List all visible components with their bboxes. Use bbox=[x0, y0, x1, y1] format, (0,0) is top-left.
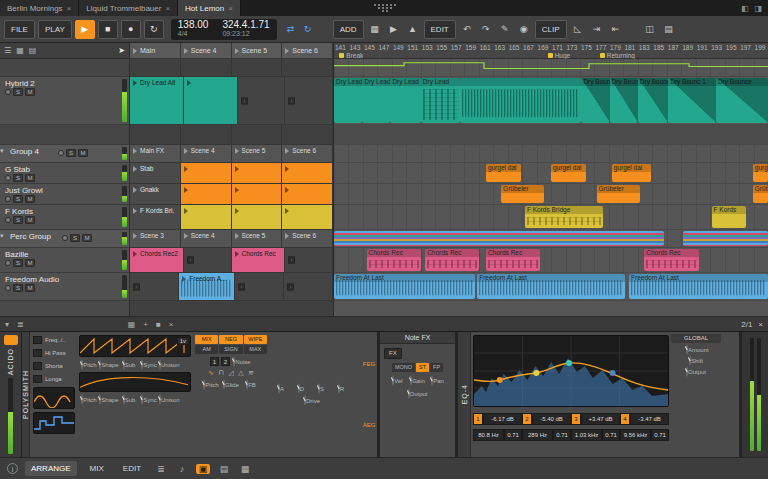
solo-button[interactable]: S bbox=[13, 216, 23, 224]
loop-toggle-icon[interactable]: ↻ bbox=[301, 24, 315, 34]
eq-band-1-button[interactable]: 1 bbox=[473, 413, 483, 425]
arranger-clip[interactable]: gurgel dal bbox=[612, 164, 651, 182]
track-name[interactable]: Freedom Audio bbox=[5, 275, 59, 284]
file-menu-button[interactable]: FILE bbox=[4, 20, 35, 39]
knob-dial[interactable] bbox=[233, 356, 235, 367]
solo-button[interactable]: S bbox=[70, 234, 80, 242]
note-editor-icon[interactable]: ♪ bbox=[175, 464, 189, 474]
track-row-just-growl[interactable]: Just Growl SM bbox=[0, 184, 129, 205]
track-name[interactable]: Perc Group bbox=[10, 232, 51, 241]
punch-in-icon[interactable]: ⇥ bbox=[589, 24, 605, 34]
scene-play-icon[interactable] bbox=[184, 233, 188, 239]
record-arm-button[interactable] bbox=[5, 89, 11, 95]
record-arm-button[interactable] bbox=[5, 260, 11, 266]
mute-button[interactable]: M bbox=[25, 174, 35, 182]
eq-band-2-gain[interactable]: -5.40 dB bbox=[532, 413, 571, 425]
clip-slot[interactable] bbox=[282, 205, 333, 229]
clip-slot[interactable]: Gnakk bbox=[130, 184, 181, 204]
eq-band-2-freq[interactable]: 289 Hz bbox=[522, 429, 553, 441]
arranger-clip[interactable]: Chords Rec bbox=[367, 249, 421, 271]
eq-band-4-freq[interactable]: 9.56 kHz bbox=[620, 429, 651, 441]
mode-sign-button[interactable]: SIGN bbox=[219, 345, 242, 354]
scene-play-icon[interactable] bbox=[133, 148, 137, 154]
solo-button[interactable]: S bbox=[66, 149, 76, 157]
voice-1-button[interactable]: 1 bbox=[210, 357, 219, 366]
solo-button[interactable]: S bbox=[13, 259, 23, 267]
group-scene-slot[interactable]: Scene 4 bbox=[181, 230, 232, 247]
eq-band-4-gain[interactable]: -3.47 dB bbox=[630, 413, 669, 425]
punch-out-icon[interactable]: ⇤ bbox=[608, 24, 624, 34]
mute-button[interactable]: M bbox=[25, 195, 35, 203]
clip-play-icon[interactable] bbox=[187, 80, 191, 86]
osc-range-select[interactable]: 1v bbox=[177, 337, 189, 345]
knob-dial[interactable] bbox=[99, 394, 101, 405]
clip-menu-button[interactable]: CLIP bbox=[535, 20, 567, 39]
knob-dial[interactable] bbox=[123, 394, 125, 405]
arranger-clip[interactable]: Chords Rec bbox=[644, 249, 698, 271]
knob-dial[interactable] bbox=[203, 379, 205, 390]
shift-knob[interactable]: Shift bbox=[686, 356, 706, 365]
scene-play-icon[interactable] bbox=[285, 148, 289, 154]
arranger-clip[interactable]: Freedom At Last bbox=[629, 274, 768, 299]
scene-4[interactable]: Scene 4 bbox=[181, 43, 232, 58]
add-scene-icon[interactable]: + bbox=[143, 320, 148, 329]
mixer-view-icon[interactable]: ▤ bbox=[661, 24, 677, 34]
shape-knob[interactable]: Shape bbox=[99, 360, 119, 369]
eq-band-3-freq[interactable]: 1.03 kHz bbox=[571, 429, 602, 441]
dual-display-icon[interactable]: ◫ bbox=[642, 24, 658, 34]
record-arm-button[interactable] bbox=[5, 175, 11, 181]
timeline-ruler[interactable]: 1411431451471491511531551571591611631651… bbox=[334, 43, 768, 59]
track-name[interactable]: Group 4 bbox=[10, 147, 39, 156]
arranger-row-bazille[interactable]: Chords Rec Chords Rec Chords Rec Chords … bbox=[334, 248, 768, 273]
scene-play-icon[interactable] bbox=[133, 48, 137, 54]
clip-slot[interactable] bbox=[184, 77, 238, 124]
clip-slot[interactable] bbox=[181, 163, 232, 183]
mute-button[interactable]: M bbox=[25, 284, 35, 292]
device-title-bar[interactable]: POLYSMITH bbox=[22, 332, 30, 457]
clip-play-icon[interactable] bbox=[133, 208, 137, 214]
modulator-slot[interactable]: Freq../.. bbox=[33, 335, 75, 345]
knob-dial[interactable] bbox=[410, 375, 412, 386]
modulator-slot[interactable]: Longa bbox=[33, 374, 75, 384]
modulator-slot[interactable]: Hi Pass bbox=[33, 348, 75, 358]
output-knob[interactable]: Output bbox=[408, 389, 428, 398]
arranger-clip[interactable]: Dry Bounc bbox=[581, 78, 609, 123]
shape-knob[interactable]: Shape bbox=[99, 395, 119, 404]
collapse-icon[interactable]: ▾ bbox=[5, 320, 9, 329]
knob-dial[interactable] bbox=[159, 394, 161, 405]
knob-dial[interactable] bbox=[431, 375, 433, 386]
group-scene-slot[interactable]: Scene 5 bbox=[232, 145, 283, 162]
zoom-close-icon[interactable]: × bbox=[758, 320, 763, 329]
note-fx-title[interactable]: Note FX bbox=[380, 332, 455, 344]
eq-band-1-gain[interactable]: -6.17 dB bbox=[483, 413, 522, 425]
clip-stop-button[interactable] bbox=[133, 283, 140, 290]
scene-play-icon[interactable] bbox=[235, 233, 239, 239]
clip-slot[interactable]: Dry Lead Alt bbox=[130, 77, 184, 124]
follow-playhead-icon[interactable]: ⇄ bbox=[284, 24, 298, 34]
list-icon[interactable]: ≣ bbox=[17, 320, 24, 329]
eq-band-3-q[interactable]: 0.71 bbox=[602, 429, 620, 441]
window-panel-right-icon[interactable]: ◨ bbox=[754, 4, 762, 13]
empty-clip-slot[interactable] bbox=[285, 77, 333, 124]
device-panel-icon[interactable]: ▣ bbox=[196, 464, 210, 474]
group-expand-icon[interactable]: ▾ bbox=[0, 147, 4, 155]
arranger-row-hybrid-2[interactable]: Dry Lead Dry Lead Dry Lead Dry Lead Dry … bbox=[334, 77, 768, 125]
grid-view-icon[interactable]: ▦ bbox=[128, 320, 136, 329]
track-row-bazille[interactable]: Bazille SM bbox=[0, 248, 129, 273]
track-name[interactable]: Just Growl bbox=[5, 186, 43, 195]
mute-button[interactable]: M bbox=[25, 259, 35, 267]
amount-knob[interactable]: Amount bbox=[686, 345, 706, 354]
loop-button[interactable]: ↻ bbox=[144, 20, 164, 39]
arranger-clip[interactable]: Freedom At Last bbox=[334, 274, 475, 299]
clip-play-icon[interactable] bbox=[285, 166, 289, 172]
eq-band-1-freq[interactable]: 80.8 Hz bbox=[473, 429, 504, 441]
empty-clip-slot[interactable] bbox=[238, 77, 286, 124]
aeg-label[interactable]: AEG bbox=[357, 422, 381, 428]
scene-5[interactable]: Scene 5 bbox=[232, 43, 283, 58]
mute-button[interactable]: M bbox=[25, 216, 35, 224]
stereo-button[interactable]: ST bbox=[416, 363, 429, 372]
clip-slot[interactable]: Freedom A... bbox=[179, 273, 234, 300]
knob-dial[interactable] bbox=[392, 375, 394, 386]
arranger-clip[interactable]: Dry Lead bbox=[390, 78, 420, 123]
knob-dial[interactable] bbox=[689, 355, 691, 366]
